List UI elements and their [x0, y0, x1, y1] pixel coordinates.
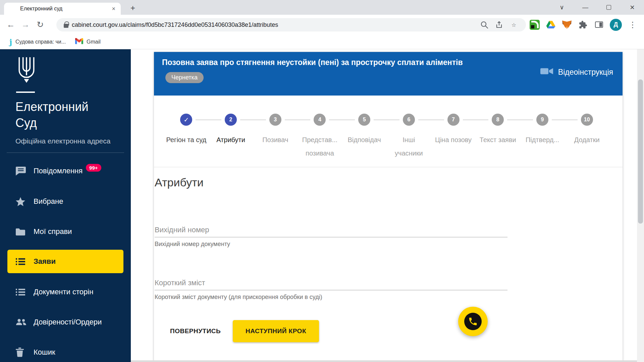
next-step-button[interactable]: НАСТУПНИЙ КРОК [233, 320, 319, 342]
stepper-step-other-participants[interactable]: 6 Інші учасники [387, 114, 431, 160]
logo-divider [16, 92, 35, 93]
stepper-step-claim-text[interactable]: 8 Текст заяви [476, 114, 520, 160]
bookmark-star-icon[interactable]: ☆ [506, 18, 521, 32]
stepper-step-plaintiff[interactable]: 3 Позивач [253, 114, 298, 160]
window-maximize-button[interactable] [597, 0, 621, 15]
sidebar-item-messages[interactable]: Повідомлення 99+ [0, 159, 131, 183]
bookmark-j-icon: j [9, 38, 12, 46]
page-title: Атрибути [155, 176, 204, 189]
star-icon [15, 197, 27, 206]
stepper-step-attachments[interactable]: 10 Додатки [565, 114, 609, 160]
metamask-fox-icon[interactable] [561, 19, 572, 30]
trident-logo-icon [16, 56, 37, 84]
gmail-icon [75, 38, 83, 46]
section-divider [154, 167, 623, 167]
list-icon [15, 288, 27, 296]
share-icon[interactable] [492, 18, 506, 32]
lock-icon[interactable] [64, 24, 68, 28]
stepper-step-defendant[interactable]: 5 Відповідач [342, 114, 387, 160]
tab-title: Електронний суд [20, 6, 110, 12]
sidebar-item-label: Заяви [34, 257, 56, 266]
sidebar-item-label: Документи сторін [34, 288, 93, 296]
sidebar-item-label: Повідомлення [34, 167, 83, 175]
stepper-step-attributes[interactable]: 2 Атрибути [209, 114, 253, 160]
sidebar-item-powers-of-attorney[interactable]: Довіреності/Ордери [0, 310, 131, 334]
sidebar-item-label: Довіреності/Ордери [34, 318, 102, 326]
status-badge: Чернетка [165, 72, 204, 83]
message-icon [15, 166, 27, 176]
google-drive-icon[interactable] [545, 19, 556, 30]
back-step-button[interactable]: ПОВЕРНУТИСЬ [170, 320, 216, 342]
browser-menu-icon[interactable]: ⋮ [627, 19, 638, 30]
profile-avatar[interactable]: Д [610, 19, 622, 31]
outgoing-number-field: Вихідний номер документу [155, 223, 507, 248]
trash-icon [15, 348, 27, 357]
ukraine-flag-favicon [8, 6, 16, 11]
tab-close-icon[interactable]: × [110, 5, 117, 13]
stepper-step-confirmation[interactable]: 9 Підтверд... [520, 114, 565, 160]
bookmark-label: Судова справа: чи... [15, 39, 66, 45]
short-summary-input[interactable] [155, 276, 507, 290]
page-scrollbar[interactable] [637, 49, 644, 362]
video-camera-icon [540, 67, 553, 78]
extensions-row: Д ⋮ [529, 15, 638, 35]
search-icon[interactable] [477, 18, 492, 32]
sidebar-item-trash[interactable]: Кошик [0, 341, 131, 362]
sidebar-item-label: Вибране [34, 197, 63, 206]
stepper-step-claim-price[interactable]: 7 Ціна позову [431, 114, 476, 160]
people-icon [15, 318, 27, 326]
unread-count-badge: 99+ [86, 164, 101, 172]
scrollbar-thumb[interactable] [638, 79, 643, 224]
reload-button[interactable]: ↻ [33, 17, 48, 32]
electronic-court-app: Електронний Суд Офіційна електронна адре… [0, 49, 644, 362]
browser-tab[interactable]: Електронний суд × [4, 3, 121, 15]
sidebar-item-party-documents[interactable]: Документи сторін [0, 280, 131, 304]
field-hint: Короткий зміст документу (для прискоренн… [155, 294, 507, 301]
tab-search-chevron-icon[interactable]: ∨ [550, 0, 574, 15]
field-hint: Вихідний номер документу [155, 241, 507, 248]
window-controls: ∨ — × [550, 0, 644, 15]
back-button[interactable]: ← [3, 17, 18, 32]
folder-icon [15, 228, 27, 236]
wizard-stepper: ✓ Регіон та суд 2 Атрибути 3 Позивач 4 П… [164, 114, 609, 160]
sidebar: Електронний Суд Офіційна електронна адре… [0, 49, 131, 362]
check-icon: ✓ [183, 116, 189, 124]
app-brand-subtitle: Офіційна електронна адреса [15, 137, 110, 145]
stepper-step-region[interactable]: ✓ Регіон та суд [164, 114, 209, 160]
short-summary-field: Короткий зміст документу (для прискоренн… [155, 276, 507, 301]
bookmark-label: Gmail [87, 39, 101, 45]
app-brand-title: Електронний Суд [15, 99, 89, 131]
video-link-label: Відеоінструкція [558, 68, 613, 77]
sidebar-item-label: Мої справи [34, 227, 72, 236]
new-tab-button[interactable]: + [127, 3, 138, 13]
sidebar-divider [7, 153, 124, 153]
bookmarks-bar: j Судова справа: чи... Gmail [0, 35, 644, 49]
window-close-button[interactable]: × [621, 0, 644, 15]
sidebar-item-label: Кошик [34, 348, 55, 357]
extensions-puzzle-icon[interactable] [578, 19, 588, 30]
claim-title: Позовна заява про стягнення неустойки (п… [162, 58, 524, 67]
privat24-extension-icon[interactable] [529, 19, 540, 30]
browser-tab-strip: Електронний суд × + ∨ — × [0, 0, 644, 15]
outgoing-number-input[interactable] [155, 223, 507, 237]
bookmark-court-case[interactable]: j Судова справа: чи... [9, 38, 66, 46]
claim-wizard-card: Позовна заява про стягнення неустойки (п… [154, 52, 623, 362]
bookmark-gmail[interactable]: Gmail [75, 38, 101, 46]
sidebar-item-favorites[interactable]: Вибране [0, 190, 131, 213]
page-bottom-edge [131, 360, 637, 362]
stepper-step-plaintiff-representative[interactable]: 4 Представ... позивача [298, 114, 342, 160]
phone-icon [464, 313, 482, 330]
video-instruction-link[interactable]: Відеоінструкція [540, 67, 613, 78]
url-text[interactable]: cabinet.court.gov.ua/claims/f0d5bc731724… [72, 21, 477, 28]
support-call-fab[interactable] [458, 307, 488, 336]
sidebar-item-my-cases[interactable]: Мої справи [0, 220, 131, 243]
address-bar[interactable]: cabinet.court.gov.ua/claims/f0d5bc731724… [56, 18, 526, 32]
sidebar-item-claims[interactable]: Заяви [0, 250, 131, 273]
window-minimize-button[interactable]: — [574, 0, 597, 15]
list-icon [15, 257, 27, 266]
side-panel-icon[interactable] [594, 19, 604, 30]
forward-button[interactable]: → [18, 17, 33, 32]
claim-header: Позовна заява про стягнення неустойки (п… [154, 52, 623, 96]
